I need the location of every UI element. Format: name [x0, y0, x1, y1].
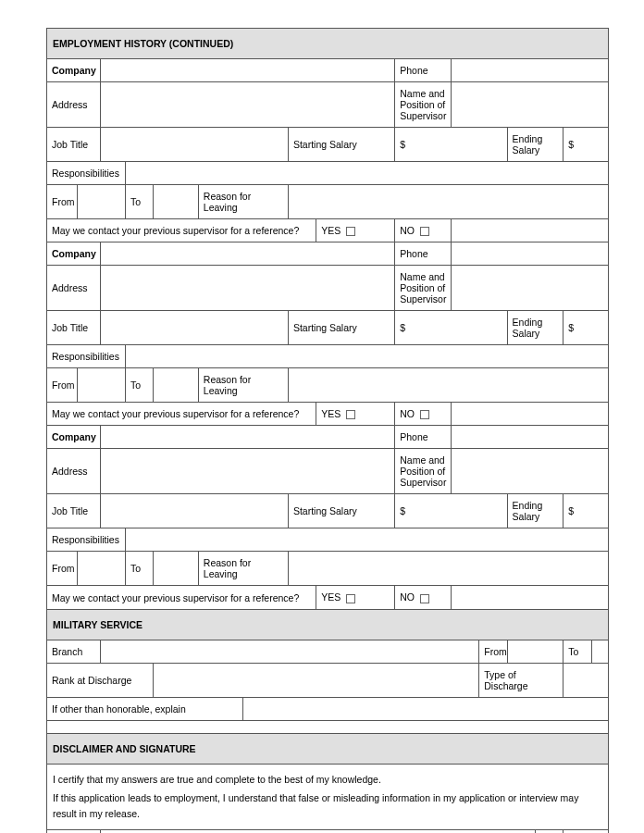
rank-discharge-label: Rank at Discharge [47, 663, 154, 697]
military-to-field[interactable] [591, 640, 608, 663]
reason-leaving-label: Reason for Leaving [198, 552, 288, 586]
military-service-header: MILITARY SERVICE [47, 609, 609, 640]
rank-discharge-field[interactable] [154, 663, 479, 697]
address-label: Address [47, 266, 101, 311]
starting-salary-field[interactable]: $ [395, 128, 507, 162]
job-title-label: Job Title [47, 494, 101, 528]
address-field[interactable] [100, 82, 395, 128]
to-field[interactable] [154, 552, 199, 586]
responsibilities-field[interactable] [125, 162, 608, 185]
ending-salary-label: Ending Salary [507, 494, 564, 528]
ending-salary-label: Ending Salary [507, 128, 564, 162]
phone-label: Phone [395, 59, 452, 82]
supervisor-label: Name and Position of Supervisor [395, 82, 452, 128]
company-label: Company [47, 242, 101, 266]
company-field[interactable] [100, 242, 395, 266]
responsibilities-field[interactable] [125, 528, 608, 552]
from-label: From [47, 185, 78, 219]
other-honorable-field[interactable] [243, 697, 609, 720]
application-form: EMPLOYMENT HISTORY (CONTINUED) Company P… [46, 28, 609, 833]
responsibilities-label: Responsibilities [47, 345, 126, 368]
job-title-field[interactable] [100, 494, 288, 528]
contact-supervisor-label: May we contact your previous supervisor … [47, 403, 316, 426]
contact-blank [451, 219, 608, 242]
to-label: To [125, 368, 153, 403]
signature-field[interactable] [100, 830, 535, 833]
responsibilities-label: Responsibilities [47, 528, 126, 552]
address-label: Address [47, 82, 101, 128]
ending-salary-field[interactable]: $ [564, 128, 609, 162]
disclaimer-text: I certify that my answers are true and c… [47, 764, 609, 829]
date-label: Date [535, 830, 563, 833]
no-checkbox[interactable]: NO [395, 219, 452, 242]
no-checkbox[interactable]: NO [395, 586, 452, 609]
branch-label: Branch [47, 640, 101, 663]
contact-supervisor-label: May we contact your previous supervisor … [47, 219, 316, 242]
reason-leaving-field[interactable] [288, 185, 608, 219]
yes-checkbox[interactable]: YES [316, 219, 395, 242]
job-title-label: Job Title [47, 311, 101, 345]
phone-label: Phone [395, 242, 452, 266]
phone-field[interactable] [451, 426, 608, 449]
address-label: Address [47, 449, 101, 494]
supervisor-field[interactable] [451, 82, 608, 128]
reason-leaving-label: Reason for Leaving [198, 185, 288, 219]
starting-salary-field[interactable]: $ [395, 494, 507, 528]
ending-salary-field[interactable]: $ [564, 494, 609, 528]
to-field[interactable] [154, 185, 199, 219]
reason-leaving-field[interactable] [288, 368, 608, 403]
other-honorable-label: If other than honorable, explain [47, 697, 243, 720]
contact-supervisor-label: May we contact your previous supervisor … [47, 586, 316, 609]
disclaimer-signature-header: DISCLAIMER AND SIGNATURE [47, 733, 609, 764]
responsibilities-field[interactable] [125, 345, 608, 368]
type-discharge-field[interactable] [564, 663, 609, 697]
from-label: From [47, 368, 78, 403]
company-field[interactable] [100, 59, 395, 82]
starting-salary-field[interactable]: $ [395, 311, 507, 345]
from-field[interactable] [78, 552, 126, 586]
responsibilities-label: Responsibilities [47, 162, 126, 185]
from-field[interactable] [78, 368, 126, 403]
company-field[interactable] [100, 426, 395, 449]
starting-salary-label: Starting Salary [288, 311, 394, 345]
military-from-label: From [479, 640, 507, 663]
from-field[interactable] [78, 185, 126, 219]
type-discharge-label: Type of Discharge [479, 663, 564, 697]
to-label: To [125, 185, 153, 219]
starting-salary-label: Starting Salary [288, 494, 394, 528]
contact-blank [451, 403, 608, 426]
starting-salary-label: Starting Salary [288, 128, 394, 162]
spacer [47, 720, 609, 733]
ending-salary-label: Ending Salary [507, 311, 564, 345]
supervisor-label: Name and Position of Supervisor [395, 266, 452, 311]
employment-history-header: EMPLOYMENT HISTORY (CONTINUED) [47, 29, 609, 59]
phone-field[interactable] [451, 59, 608, 82]
job-title-field[interactable] [100, 311, 288, 345]
supervisor-label: Name and Position of Supervisor [395, 449, 452, 494]
contact-blank [451, 586, 608, 609]
no-checkbox[interactable]: NO [395, 403, 452, 426]
to-field[interactable] [154, 368, 199, 403]
reason-leaving-field[interactable] [288, 552, 608, 586]
military-to-label: To [564, 640, 591, 663]
branch-field[interactable] [100, 640, 479, 663]
supervisor-field[interactable] [451, 449, 608, 494]
military-from-field[interactable] [507, 640, 564, 663]
yes-checkbox[interactable]: YES [316, 403, 395, 426]
ending-salary-field[interactable]: $ [564, 311, 609, 345]
reason-leaving-label: Reason for Leaving [198, 368, 288, 403]
address-field[interactable] [100, 266, 395, 311]
phone-label: Phone [395, 426, 452, 449]
company-label: Company [47, 426, 101, 449]
job-title-label: Job Title [47, 128, 101, 162]
phone-field[interactable] [451, 242, 608, 266]
job-title-field[interactable] [100, 128, 288, 162]
signature-label: Signature [47, 830, 101, 833]
supervisor-field[interactable] [451, 266, 608, 311]
date-field[interactable] [564, 830, 609, 833]
address-field[interactable] [100, 449, 395, 494]
yes-checkbox[interactable]: YES [316, 586, 395, 609]
company-label: Company [47, 59, 101, 82]
to-label: To [125, 552, 153, 586]
from-label: From [47, 552, 78, 586]
